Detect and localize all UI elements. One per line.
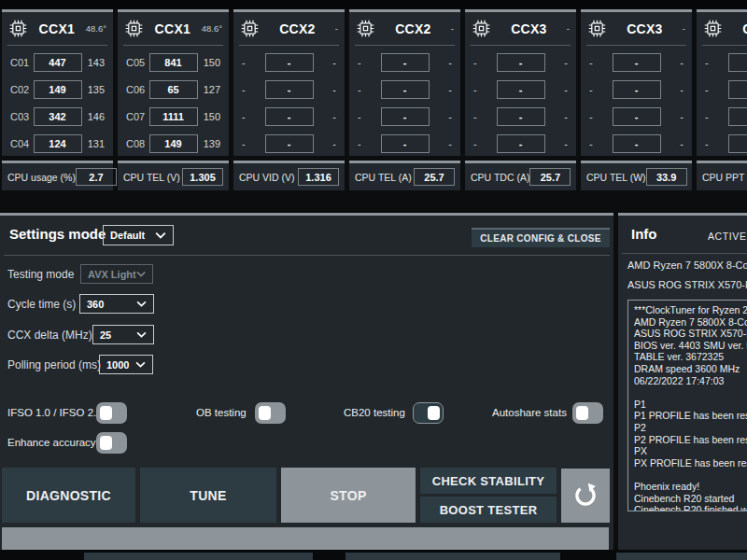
core-value-box: - bbox=[613, 134, 661, 153]
field-dropdown[interactable]: 1000 bbox=[99, 355, 153, 374]
core-label: - bbox=[358, 138, 380, 149]
info-divider bbox=[622, 253, 747, 254]
settings-mode-title: Settings mode bbox=[9, 226, 106, 242]
core-row: C03 342 146 bbox=[2, 103, 113, 130]
core-row: - - - bbox=[349, 130, 460, 157]
log-line: 06/22/2022 17:47:03 bbox=[634, 375, 747, 387]
ccx-name: CCX3 bbox=[496, 21, 562, 36]
cpu-chip-icon bbox=[124, 19, 144, 38]
core-rows: C05 841 150 C06 65 127 C07 1111 150 C08 … bbox=[118, 46, 229, 157]
cpu-chip-icon bbox=[472, 19, 491, 38]
chevron-down-icon bbox=[136, 331, 147, 338]
toggle-label: Autoshare stats bbox=[492, 402, 567, 424]
ccx-panel-header: CCX2 - bbox=[233, 12, 345, 43]
core-secondary-value: - bbox=[430, 138, 452, 149]
cpu-metric-tile: CPU VID (V) 1.316 bbox=[233, 161, 345, 190]
bottom-segment bbox=[84, 553, 313, 560]
window-top-strip bbox=[0, 0, 747, 9]
field-dropdown[interactable]: 25 bbox=[92, 325, 154, 344]
core-row: - - - bbox=[581, 76, 692, 103]
settings-mode-dropdown[interactable]: Default bbox=[103, 225, 174, 245]
core-row: - - - bbox=[465, 130, 576, 157]
progress-bar bbox=[2, 527, 609, 552]
window-bottom-strip bbox=[0, 550, 747, 560]
ccx-panel-header: CCX3 - bbox=[465, 12, 576, 43]
log-line: P2 PROFILE has been restored bbox=[634, 434, 747, 446]
toggle-switch[interactable] bbox=[572, 402, 603, 424]
clear-config-close-button[interactable]: CLEAR CONFIG & CLOSE bbox=[472, 228, 610, 247]
settings-field: Testing mode AVX Light bbox=[0, 264, 374, 285]
ccx-panel: CCX2 - - - - - - - - - - - - - bbox=[349, 9, 460, 156]
core-row: - - - bbox=[465, 103, 576, 130]
core-label: - bbox=[473, 84, 496, 95]
cpu-metric-tile: CPU TEL (A) 25.7 bbox=[349, 161, 460, 190]
core-secondary-value: - bbox=[545, 111, 568, 122]
core-label: C08 bbox=[126, 138, 148, 149]
core-value-box: - bbox=[728, 107, 747, 126]
core-value-box: - bbox=[265, 53, 314, 72]
settings-panel: Settings mode Default CLEAR CONFIG & CLO… bbox=[0, 213, 613, 550]
core-rows: - - - - - - - - - - - - bbox=[697, 46, 747, 157]
boost-tester-button[interactable]: BOOST TESTER bbox=[420, 497, 557, 523]
core-label: - bbox=[358, 57, 380, 68]
field-dropdown[interactable]: 360 bbox=[79, 294, 154, 314]
active-status-label: ACTIVE bbox=[708, 231, 747, 242]
stop-button[interactable]: STOP bbox=[281, 468, 416, 523]
toggle-switch[interactable] bbox=[96, 432, 127, 454]
core-value-box: - bbox=[728, 134, 747, 153]
field-dropdown: AVX Light bbox=[80, 264, 153, 284]
core-rows: - - - - - - - - - - - - bbox=[233, 46, 345, 157]
core-secondary-value: - bbox=[430, 111, 452, 122]
log-line: ASUS ROG STRIX X570-E GAMING bbox=[634, 328, 747, 340]
info-panel: Info ACTIVE AMD Ryzen 7 5800X 8-Core Pro… bbox=[618, 213, 747, 550]
log-line bbox=[634, 469, 747, 481]
core-label: - bbox=[473, 111, 496, 122]
log-line: PX bbox=[634, 445, 747, 457]
ccx-name: CCX4 bbox=[727, 21, 747, 36]
ccx-name: CCX2 bbox=[264, 21, 331, 36]
core-secondary-value: 143 bbox=[82, 57, 105, 68]
core-label: - bbox=[358, 84, 380, 95]
core-secondary-value: - bbox=[545, 84, 568, 95]
core-row: - - - bbox=[233, 49, 345, 76]
core-secondary-value: - bbox=[430, 57, 452, 68]
core-value-box: - bbox=[497, 53, 545, 72]
core-label: - bbox=[589, 111, 612, 122]
cpu-metrics-row: CPU usage (%) 2.7 CPU TEL (V) 1.305 CPU … bbox=[2, 161, 747, 190]
check-stability-button[interactable]: CHECK STABILITY bbox=[420, 468, 557, 494]
log-line bbox=[634, 386, 747, 399]
core-row: - - - bbox=[697, 130, 747, 157]
core-rows: C01 447 143 C02 149 135 C03 342 146 C04 … bbox=[2, 46, 113, 157]
core-secondary-value: - bbox=[661, 111, 684, 122]
toggle-group: Enhance accuracy bbox=[0, 432, 613, 454]
core-row: C07 1111 150 bbox=[118, 103, 229, 130]
core-secondary-value: - bbox=[314, 138, 336, 149]
field-label: CCX delta (MHz) bbox=[7, 329, 92, 342]
core-row: - - - bbox=[465, 76, 576, 103]
refresh-button[interactable] bbox=[561, 469, 610, 523]
metric-value-box: 2.7 bbox=[76, 168, 117, 186]
dropdown-value: AVX Light bbox=[88, 269, 136, 280]
core-label: C01 bbox=[10, 57, 33, 68]
core-row: C04 124 131 bbox=[2, 130, 113, 157]
tune-button[interactable]: TUNE bbox=[140, 468, 276, 523]
cpu-chip-icon bbox=[8, 19, 28, 38]
settings-mode-value: Default bbox=[110, 230, 145, 241]
core-value-box: - bbox=[265, 80, 314, 99]
core-secondary-value: 131 bbox=[82, 138, 105, 149]
settings-field: Polling period (ms) 1000 bbox=[0, 355, 374, 375]
core-row: C06 65 127 bbox=[118, 76, 229, 103]
log-line: TABLE ver. 3672325 bbox=[634, 351, 747, 363]
log-output[interactable]: ***ClockTuner for Ryzen 2.1 RC***AMD Ryz… bbox=[627, 300, 747, 511]
core-rows: - - - - - - - - - - - - bbox=[581, 46, 692, 157]
core-secondary-value: 139 bbox=[198, 138, 220, 149]
ccx-panel: CCX1 48.6° C01 447 143 C02 149 135 C03 3… bbox=[2, 9, 113, 156]
metric-value-box: 25.7 bbox=[414, 168, 455, 186]
core-row: - - - bbox=[581, 103, 692, 130]
core-secondary-value: - bbox=[661, 138, 684, 149]
cpu-model-line: AMD Ryzen 7 5800X 8-Core Processor bbox=[627, 259, 747, 271]
core-row: - - - bbox=[233, 76, 345, 103]
diagnostic-button[interactable]: DIAGNOSTIC bbox=[2, 468, 135, 523]
ccx-temperature: 48.6° bbox=[202, 23, 222, 34]
core-value-box: - bbox=[728, 53, 747, 72]
